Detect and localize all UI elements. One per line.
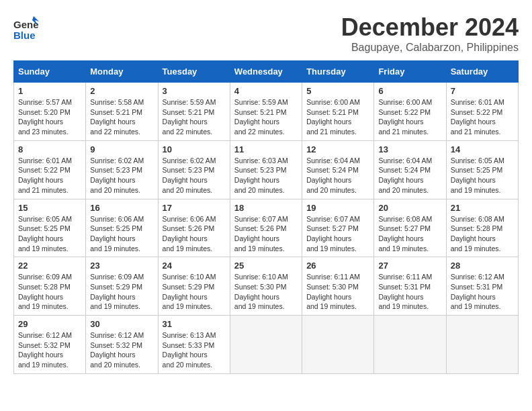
day-info: Sunrise: 6:13 AM Sunset: 5:33 PM Dayligh… (163, 330, 226, 370)
calendar-cell: 29 Sunrise: 6:12 AM Sunset: 5:32 PM Dayl… (14, 316, 86, 374)
day-info: Sunrise: 6:05 AM Sunset: 5:25 PM Dayligh… (18, 214, 81, 254)
day-info: Sunrise: 6:09 AM Sunset: 5:28 PM Dayligh… (18, 272, 81, 312)
calendar-cell: 6 Sunrise: 6:00 AM Sunset: 5:22 PM Dayli… (374, 83, 446, 141)
day-number: 28 (451, 261, 514, 271)
calendar-week-1: 1 Sunrise: 5:57 AM Sunset: 5:20 PM Dayli… (14, 83, 519, 141)
day-info: Sunrise: 6:03 AM Sunset: 5:23 PM Dayligh… (234, 156, 298, 195)
calendar-cell: 30 Sunrise: 6:12 AM Sunset: 5:32 PM Dayl… (86, 316, 158, 374)
calendar-cell: 27 Sunrise: 6:11 AM Sunset: 5:31 PM Dayl… (374, 257, 446, 316)
header-tuesday: Tuesday (158, 61, 230, 83)
calendar-cell: 13 Sunrise: 6:04 AM Sunset: 5:24 PM Dayl… (374, 140, 446, 199)
header-wednesday: Wednesday (230, 61, 302, 83)
day-number: 24 (163, 261, 226, 271)
day-number: 15 (18, 203, 81, 213)
day-number: 7 (451, 86, 514, 96)
day-number: 12 (306, 144, 369, 154)
day-number: 14 (451, 144, 514, 154)
day-info: Sunrise: 5:59 AM Sunset: 5:21 PM Dayligh… (163, 97, 226, 137)
calendar-cell: 9 Sunrise: 6:02 AM Sunset: 5:23 PM Dayli… (86, 140, 158, 199)
day-info: Sunrise: 6:10 AM Sunset: 5:30 PM Dayligh… (234, 272, 298, 312)
day-info: Sunrise: 6:02 AM Sunset: 5:23 PM Dayligh… (90, 156, 153, 195)
day-info: Sunrise: 6:07 AM Sunset: 5:26 PM Dayligh… (234, 214, 298, 254)
header-monday: Monday (86, 61, 158, 83)
day-number: 25 (234, 261, 298, 271)
day-number: 5 (306, 86, 369, 96)
svg-text:Blue: Blue (13, 30, 36, 41)
day-number: 16 (90, 203, 153, 213)
calendar-cell: 31 Sunrise: 6:13 AM Sunset: 5:33 PM Dayl… (158, 316, 230, 374)
day-number: 20 (378, 203, 441, 213)
calendar-cell: 22 Sunrise: 6:09 AM Sunset: 5:28 PM Dayl… (14, 257, 86, 316)
calendar-cell: 14 Sunrise: 6:05 AM Sunset: 5:25 PM Dayl… (446, 140, 518, 199)
day-number: 3 (163, 86, 226, 96)
header-sunday: Sunday (14, 61, 86, 83)
calendar-cell (230, 316, 302, 374)
calendar-cell: 19 Sunrise: 6:07 AM Sunset: 5:27 PM Dayl… (302, 199, 374, 257)
calendar-cell: 21 Sunrise: 6:08 AM Sunset: 5:28 PM Dayl… (446, 199, 518, 257)
day-number: 26 (306, 261, 369, 271)
day-number: 30 (90, 319, 153, 329)
day-number: 31 (163, 319, 226, 329)
location-subtitle: Bagupaye, Calabarzon, Philippines (341, 42, 519, 54)
calendar-cell: 10 Sunrise: 6:02 AM Sunset: 5:23 PM Dayl… (158, 140, 230, 199)
day-number: 8 (18, 144, 81, 154)
day-info: Sunrise: 6:04 AM Sunset: 5:24 PM Dayligh… (306, 156, 369, 195)
day-number: 17 (163, 203, 226, 213)
day-number: 10 (163, 144, 226, 154)
calendar-cell: 11 Sunrise: 6:03 AM Sunset: 5:23 PM Dayl… (230, 140, 302, 199)
day-info: Sunrise: 6:08 AM Sunset: 5:28 PM Dayligh… (451, 214, 514, 254)
calendar-table: SundayMondayTuesdayWednesdayThursdayFrid… (13, 60, 519, 374)
title-section: December 2024 Bagupaye, Calabarzon, Phil… (341, 13, 519, 54)
day-info: Sunrise: 6:10 AM Sunset: 5:29 PM Dayligh… (163, 272, 226, 312)
day-info: Sunrise: 6:09 AM Sunset: 5:29 PM Dayligh… (90, 272, 153, 312)
day-info: Sunrise: 6:11 AM Sunset: 5:31 PM Dayligh… (378, 272, 441, 312)
day-info: Sunrise: 6:08 AM Sunset: 5:27 PM Dayligh… (378, 214, 441, 254)
calendar-week-2: 8 Sunrise: 6:01 AM Sunset: 5:22 PM Dayli… (14, 140, 519, 199)
day-number: 11 (234, 144, 298, 154)
header-friday: Friday (374, 61, 446, 83)
day-number: 29 (18, 319, 81, 329)
header-saturday: Saturday (446, 61, 518, 83)
calendar-cell: 24 Sunrise: 6:10 AM Sunset: 5:29 PM Dayl… (158, 257, 230, 316)
calendar-cell: 16 Sunrise: 6:06 AM Sunset: 5:25 PM Dayl… (86, 199, 158, 257)
calendar-cell (446, 316, 518, 374)
calendar-cell: 4 Sunrise: 5:59 AM Sunset: 5:21 PM Dayli… (230, 83, 302, 141)
day-number: 23 (90, 261, 153, 271)
day-number: 19 (306, 203, 369, 213)
page-header: General Blue December 2024 Bagupaye, Cal… (13, 13, 519, 54)
day-number: 27 (378, 261, 441, 271)
day-info: Sunrise: 6:11 AM Sunset: 5:30 PM Dayligh… (306, 272, 369, 312)
month-title: December 2024 (341, 13, 519, 42)
day-number: 2 (90, 86, 153, 96)
calendar-cell (374, 316, 446, 374)
calendar-cell: 26 Sunrise: 6:11 AM Sunset: 5:30 PM Dayl… (302, 257, 374, 316)
logo: General Blue (13, 13, 39, 43)
day-info: Sunrise: 6:05 AM Sunset: 5:25 PM Dayligh… (451, 156, 514, 195)
calendar-cell: 28 Sunrise: 6:12 AM Sunset: 5:31 PM Dayl… (446, 257, 518, 316)
day-info: Sunrise: 6:12 AM Sunset: 5:31 PM Dayligh… (451, 272, 514, 312)
calendar-cell: 25 Sunrise: 6:10 AM Sunset: 5:30 PM Dayl… (230, 257, 302, 316)
day-info: Sunrise: 6:07 AM Sunset: 5:27 PM Dayligh… (306, 214, 369, 254)
day-info: Sunrise: 5:58 AM Sunset: 5:21 PM Dayligh… (90, 97, 153, 137)
day-number: 9 (90, 144, 153, 154)
day-number: 6 (378, 86, 441, 96)
calendar-cell: 17 Sunrise: 6:06 AM Sunset: 5:26 PM Dayl… (158, 199, 230, 257)
day-info: Sunrise: 6:01 AM Sunset: 5:22 PM Dayligh… (451, 97, 514, 137)
calendar-cell: 15 Sunrise: 6:05 AM Sunset: 5:25 PM Dayl… (14, 199, 86, 257)
calendar-cell: 8 Sunrise: 6:01 AM Sunset: 5:22 PM Dayli… (14, 140, 86, 199)
day-info: Sunrise: 5:57 AM Sunset: 5:20 PM Dayligh… (18, 97, 81, 137)
calendar-header-row: SundayMondayTuesdayWednesdayThursdayFrid… (14, 61, 519, 83)
day-info: Sunrise: 5:59 AM Sunset: 5:21 PM Dayligh… (234, 97, 298, 137)
calendar-cell: 1 Sunrise: 5:57 AM Sunset: 5:20 PM Dayli… (14, 83, 86, 141)
header-thursday: Thursday (302, 61, 374, 83)
day-info: Sunrise: 6:00 AM Sunset: 5:21 PM Dayligh… (306, 97, 369, 137)
day-number: 21 (451, 203, 514, 213)
calendar-cell: 7 Sunrise: 6:01 AM Sunset: 5:22 PM Dayli… (446, 83, 518, 141)
calendar-cell: 23 Sunrise: 6:09 AM Sunset: 5:29 PM Dayl… (86, 257, 158, 316)
calendar-cell: 3 Sunrise: 5:59 AM Sunset: 5:21 PM Dayli… (158, 83, 230, 141)
calendar-cell: 18 Sunrise: 6:07 AM Sunset: 5:26 PM Dayl… (230, 199, 302, 257)
calendar-cell (302, 316, 374, 374)
calendar-week-5: 29 Sunrise: 6:12 AM Sunset: 5:32 PM Dayl… (14, 316, 519, 374)
svg-text:General: General (13, 19, 39, 30)
day-number: 1 (18, 86, 81, 96)
